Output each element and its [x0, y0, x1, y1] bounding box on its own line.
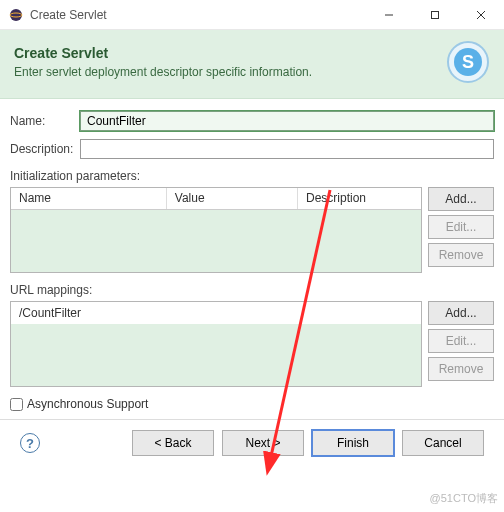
banner-heading: Create Servlet [14, 45, 438, 61]
col-value: Value [167, 188, 298, 209]
titlebar: Create Servlet [0, 0, 504, 30]
name-input[interactable] [80, 111, 494, 131]
async-checkbox[interactable] [10, 398, 23, 411]
name-label: Name: [10, 114, 80, 128]
watermark: @51CTO博客 [430, 491, 498, 506]
maximize-button[interactable] [412, 0, 458, 30]
url-remove-button: Remove [428, 357, 494, 381]
init-params-label: Initialization parameters: [10, 169, 494, 183]
wizard-banner: Create Servlet Enter servlet deployment … [0, 30, 504, 99]
description-input[interactable] [80, 139, 494, 159]
url-edit-button: Edit... [428, 329, 494, 353]
close-button[interactable] [458, 0, 504, 30]
svg-point-0 [10, 9, 22, 21]
window-controls [366, 0, 504, 30]
svg-text:S: S [462, 52, 474, 72]
window-title: Create Servlet [30, 8, 107, 22]
finish-button[interactable]: Finish [312, 430, 394, 456]
list-item[interactable]: /CountFilter [11, 302, 421, 324]
cancel-button[interactable]: Cancel [402, 430, 484, 456]
init-remove-button: Remove [428, 243, 494, 267]
back-button[interactable]: < Back [132, 430, 214, 456]
minimize-button[interactable] [366, 0, 412, 30]
init-params-table[interactable]: Name Value Description [10, 187, 422, 273]
banner-subheading: Enter servlet deployment descriptor spec… [14, 65, 438, 79]
description-label: Description: [10, 142, 80, 156]
svg-rect-3 [432, 11, 439, 18]
url-mappings-list[interactable]: /CountFilter [10, 301, 422, 387]
init-add-button[interactable]: Add... [428, 187, 494, 211]
col-description: Description [298, 188, 421, 209]
col-name: Name [11, 188, 167, 209]
async-label: Asynchronous Support [27, 397, 148, 411]
help-icon[interactable]: ? [20, 433, 40, 453]
url-mappings-label: URL mappings: [10, 283, 494, 297]
next-button[interactable]: Next > [222, 430, 304, 456]
url-add-button[interactable]: Add... [428, 301, 494, 325]
init-edit-button: Edit... [428, 215, 494, 239]
servlet-icon: S [446, 40, 490, 84]
eclipse-icon [8, 7, 24, 23]
